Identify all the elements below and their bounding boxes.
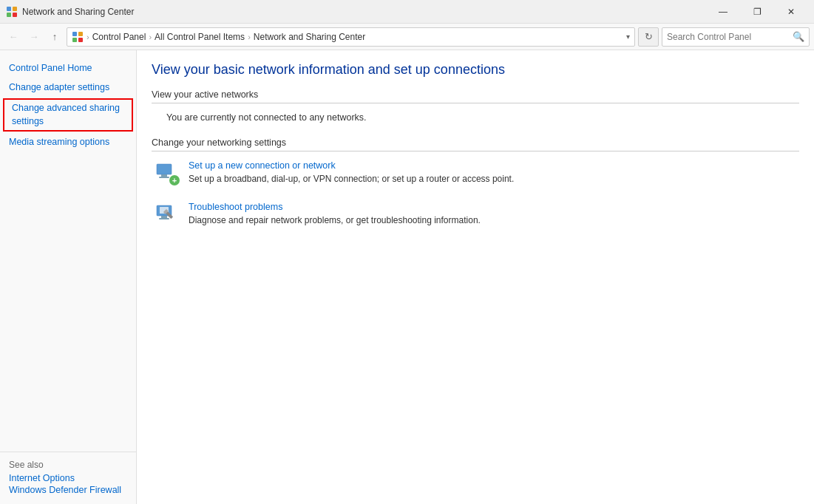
minimize-button[interactable]: — bbox=[706, 0, 740, 24]
breadcrumb-icon bbox=[72, 31, 84, 43]
networking-settings-section: Change your networking settings + bbox=[152, 137, 799, 228]
app-icon bbox=[6, 6, 18, 18]
sidebar-item-control-panel-home[interactable]: Control Panel Home bbox=[0, 59, 136, 78]
sidebar: Control Panel Home Change adapter settin… bbox=[0, 50, 137, 504]
address-bar: ← → ↑ › Control Panel › All Control Pane… bbox=[0, 24, 814, 50]
internet-options-link[interactable]: Internet Options bbox=[9, 473, 127, 483]
svg-rect-2 bbox=[7, 13, 11, 17]
content-area: View your basic network information and … bbox=[137, 50, 814, 504]
main-layout: Control Panel Home Change adapter settin… bbox=[0, 50, 814, 504]
refresh-button[interactable]: ↻ bbox=[638, 27, 659, 47]
breadcrumb-dropdown-icon[interactable]: ▾ bbox=[626, 33, 630, 41]
networking-settings-label: Change your networking settings bbox=[152, 137, 286, 148]
svg-rect-10 bbox=[159, 177, 169, 178]
svg-rect-15 bbox=[161, 216, 167, 218]
not-connected-text: You are currently not connected to any n… bbox=[166, 112, 367, 123]
troubleshoot-title[interactable]: Troubleshoot problems bbox=[189, 202, 799, 212]
windows-defender-firewall-link[interactable]: Windows Defender Firewall bbox=[9, 485, 127, 495]
page-title: View your basic network information and … bbox=[152, 62, 799, 78]
svg-rect-3 bbox=[13, 13, 17, 17]
back-button[interactable]: ← bbox=[4, 28, 22, 46]
svg-rect-9 bbox=[161, 174, 167, 177]
see-also-section: See also Internet Options Windows Defend… bbox=[0, 452, 136, 504]
search-icon: 🔍 bbox=[793, 31, 804, 42]
troubleshoot-desc: Diagnose and repair network problems, or… bbox=[189, 214, 799, 227]
title-bar: Network and Sharing Center — ❐ ✕ bbox=[0, 0, 814, 24]
active-networks-label: View your active networks bbox=[152, 89, 258, 100]
breadcrumb-control-panel[interactable]: Control Panel bbox=[92, 32, 146, 42]
breadcrumb-sep-3: › bbox=[248, 33, 251, 41]
svg-rect-7 bbox=[78, 38, 83, 42]
breadcrumb-sep-1: › bbox=[87, 33, 89, 41]
up-button[interactable]: ↑ bbox=[46, 28, 64, 46]
search-bar[interactable]: 🔍 bbox=[662, 27, 810, 47]
svg-text:+: + bbox=[172, 176, 177, 185]
breadcrumb-bar: › Control Panel › All Control Panel Item… bbox=[67, 27, 635, 47]
svg-rect-1 bbox=[13, 7, 17, 11]
svg-rect-4 bbox=[72, 32, 77, 36]
svg-rect-0 bbox=[7, 7, 11, 11]
setup-connection-desc: Set up a broadband, dial-up, or VPN conn… bbox=[189, 173, 799, 185]
restore-button[interactable]: ❐ bbox=[740, 0, 774, 24]
sidebar-nav: Control Panel Home Change adapter settin… bbox=[0, 50, 136, 152]
networking-settings-header: Change your networking settings bbox=[152, 137, 799, 151]
setup-connection-option: + Set up a new connection or network Set… bbox=[152, 160, 799, 187]
setup-connection-content: Set up a new connection or network Set u… bbox=[189, 160, 799, 185]
breadcrumb-sep-2: › bbox=[149, 33, 152, 41]
svg-rect-8 bbox=[157, 164, 172, 174]
breadcrumb-all-items[interactable]: All Control Panel Items bbox=[155, 32, 245, 42]
troubleshoot-option: Troubleshoot problems Diagnose and repai… bbox=[152, 202, 799, 228]
sidebar-item-media-streaming[interactable]: Media streaming options bbox=[0, 133, 136, 152]
active-networks-header: View your active networks bbox=[152, 89, 799, 103]
troubleshoot-content: Troubleshoot problems Diagnose and repai… bbox=[189, 202, 799, 227]
svg-rect-16 bbox=[159, 218, 169, 219]
window-title: Network and Sharing Center bbox=[22, 7, 706, 17]
sidebar-item-change-advanced-sharing[interactable]: Change advanced sharing settings bbox=[3, 98, 133, 132]
setup-connection-icon: + bbox=[155, 160, 181, 187]
breadcrumb-current: Network and Sharing Center bbox=[254, 32, 365, 42]
close-button[interactable]: ✕ bbox=[774, 0, 808, 24]
window-controls: — ❐ ✕ bbox=[706, 0, 808, 24]
forward-button[interactable]: → bbox=[25, 28, 43, 46]
setup-connection-title[interactable]: Set up a new connection or network bbox=[189, 160, 799, 171]
see-also-label: See also bbox=[9, 460, 127, 470]
active-networks-content: You are currently not connected to any n… bbox=[152, 109, 799, 134]
troubleshoot-icon bbox=[155, 202, 181, 228]
svg-rect-6 bbox=[72, 38, 77, 42]
sidebar-item-change-adapter[interactable]: Change adapter settings bbox=[0, 78, 136, 98]
svg-rect-5 bbox=[78, 32, 83, 36]
search-input[interactable] bbox=[667, 32, 793, 42]
